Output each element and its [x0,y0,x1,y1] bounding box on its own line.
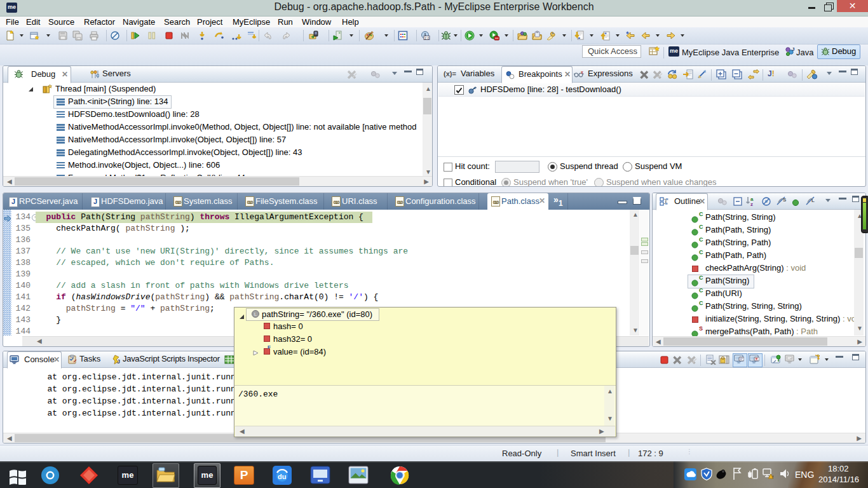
svg-text:J: J [792,46,794,52]
svg-text:2.0: 2.0 [424,36,430,40]
svg-text:S: S [783,197,787,203]
svg-text:du: du [278,473,286,480]
svg-text:z: z [750,201,753,207]
svg-text:L: L [254,311,257,317]
svg-text:x: x [581,70,583,74]
svg-text:L: L [811,198,815,203]
svg-text:J: J [117,358,120,365]
